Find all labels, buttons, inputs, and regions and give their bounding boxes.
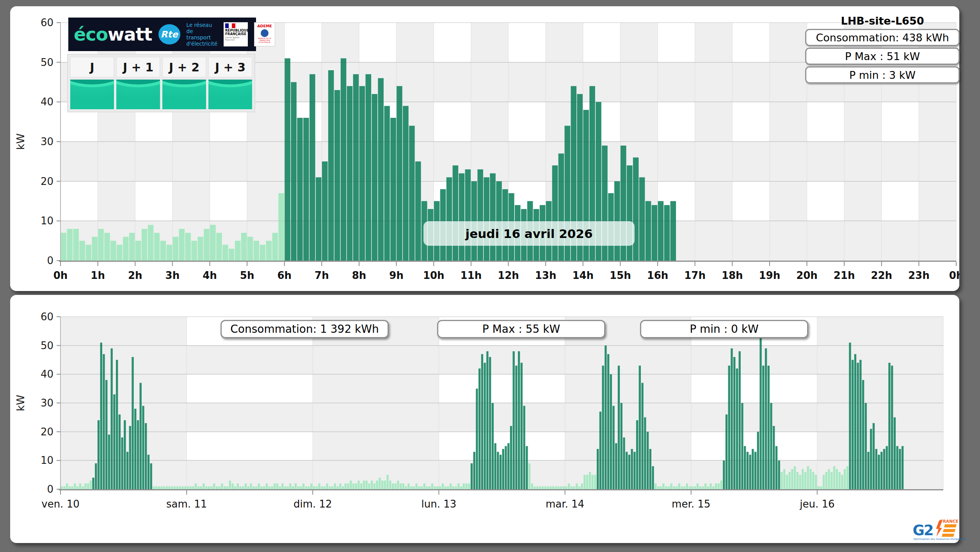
weekly-pmax-stat: P Max : 55 kW (437, 320, 605, 338)
ecowatt-day-j-status-green (70, 80, 114, 109)
svg-text:17h: 17h (684, 270, 706, 281)
svg-text:18h: 18h (722, 270, 743, 281)
republique-francaise-motto: Liberté Égalité Fraternité (225, 37, 246, 41)
svg-text:60: 60 (41, 17, 53, 28)
svg-text:21h: 21h (834, 270, 855, 281)
rte-tagline: Le réseau de transport d'électricité (187, 22, 217, 47)
svg-text:0h: 0h (53, 270, 68, 281)
svg-text:15h: 15h (610, 270, 631, 281)
svg-text:20: 20 (41, 426, 53, 438)
svg-text:10h: 10h (423, 270, 445, 281)
svg-text:23h: 23h (908, 270, 930, 281)
svg-text:30: 30 (41, 136, 53, 147)
weekly-chart-panel: 0102030405060ven. 10sam. 11dim. 12lun. 1… (10, 295, 959, 543)
ecowatt-day-j1-status-green (116, 80, 160, 109)
republique-francaise-label: RÉPUBLIQUE FRANÇAISE (225, 29, 246, 36)
g2e-tagline: Optimisation des ressources énergétiques (914, 538, 967, 541)
svg-text:8h: 8h (352, 270, 366, 281)
svg-text:60: 60 (41, 311, 53, 323)
svg-text:kW: kW (14, 133, 27, 150)
ecowatt-logo: écowatt Rte Le réseau de transport d'éle… (68, 18, 256, 51)
weekly-consumption-stat: Consommation: 1 392 kWh (221, 320, 389, 338)
rte-logo-icon: Rte (158, 24, 180, 44)
ecowatt-brand-watt: watt (108, 24, 152, 45)
svg-text:2h: 2h (128, 270, 142, 281)
svg-text:mar. 14: mar. 14 (546, 498, 584, 510)
svg-text:19h: 19h (759, 270, 781, 281)
g2e-e-icon (942, 524, 957, 537)
svg-text:7h: 7h (315, 270, 329, 281)
republique-francaise-logo: RÉPUBLIQUE FRANÇAISE Liberté Égalité Fra… (224, 22, 248, 46)
svg-text:0: 0 (47, 483, 53, 495)
current-date-badge: jeudi 16 avril 2026 (423, 221, 635, 246)
daily-consumption-stat: Consommation: 438 kWh (805, 29, 960, 46)
ecowatt-day-j2-label: J + 2 (162, 57, 206, 77)
ademe-label: ADEME (254, 24, 275, 28)
svg-text:20h: 20h (796, 270, 818, 281)
svg-text:kW: kW (14, 395, 27, 411)
french-flag-icon (225, 23, 235, 28)
svg-text:9h: 9h (389, 270, 404, 281)
ecowatt-brand: écowatt (74, 24, 152, 45)
daily-pmin-stat: P min : 3 kW (805, 66, 960, 83)
svg-text:14h: 14h (572, 270, 594, 281)
svg-text:mer. 15: mer. 15 (672, 498, 710, 510)
svg-text:40: 40 (41, 96, 53, 108)
svg-text:10: 10 (41, 215, 53, 227)
svg-text:dim. 12: dim. 12 (293, 498, 332, 510)
ademe-globe-icon (261, 29, 269, 37)
daily-chart-panel: 01020304050600h1h2h3h4h5h6h7h8h9h10h11h1… (10, 6, 959, 291)
svg-text:lun. 13: lun. 13 (422, 498, 457, 510)
weekly-pmin-stat: P min : 0 kW (640, 320, 808, 338)
svg-text:ven. 10: ven. 10 (41, 498, 79, 510)
ecowatt-energy-dashboard: 01020304050600h1h2h3h4h5h6h7h8h9h10h11h1… (0, 0, 980, 552)
svg-text:1h: 1h (91, 270, 105, 281)
ecowatt-day-j3-status-green (208, 80, 252, 109)
svg-text:0h: 0h (949, 270, 959, 281)
ecowatt-day-j3-label: J + 3 (208, 57, 252, 77)
svg-text:16h: 16h (647, 270, 669, 281)
svg-text:10: 10 (41, 454, 53, 466)
svg-text:11h: 11h (461, 270, 482, 281)
ecowatt-day-cards: J J + 1 J + 2 J + 3 (67, 54, 255, 112)
svg-text:0: 0 (47, 255, 53, 266)
svg-text:13h: 13h (535, 270, 557, 281)
svg-text:50: 50 (41, 340, 53, 351)
ecowatt-day-j2-status-green (162, 80, 206, 109)
g2e-logo: G2 FRANCE Optimisation des ressources én… (910, 518, 959, 543)
svg-text:jeu. 16: jeu. 16 (799, 498, 834, 510)
daily-pmax-stat: P Max : 51 kW (805, 48, 960, 65)
rte-tagline-line2: de transport (187, 28, 217, 41)
svg-text:30: 30 (41, 397, 53, 409)
svg-text:3h: 3h (165, 270, 180, 281)
svg-text:6h: 6h (277, 270, 292, 281)
ecowatt-brand-eco: éco (74, 24, 108, 45)
svg-text:4h: 4h (203, 270, 217, 281)
svg-text:5h: 5h (240, 270, 254, 281)
svg-text:12h: 12h (498, 270, 519, 281)
ecowatt-day-j1-label: J + 1 (116, 57, 160, 77)
svg-text:40: 40 (41, 368, 53, 380)
site-name: LHB-site-L650 (805, 15, 960, 27)
svg-text:50: 50 (41, 57, 53, 68)
svg-text:sam. 11: sam. 11 (166, 498, 207, 510)
ecowatt-day-j-label: J (70, 57, 114, 77)
g2e-france-label: FRANCE (940, 519, 959, 524)
svg-text:20: 20 (41, 176, 53, 187)
svg-text:22h: 22h (871, 270, 892, 281)
ademe-logo: ADEME AGENCE DE LA TRANSITION ÉCOLOGIQUE (254, 22, 275, 46)
rte-tagline-line3: d'électricité (187, 41, 217, 47)
g2e-logo-text: G2 (913, 522, 933, 539)
ademe-subtitle: AGENCE DE LA TRANSITION ÉCOLOGIQUE (254, 37, 275, 43)
rte-tagline-line1: Le réseau (187, 22, 217, 28)
